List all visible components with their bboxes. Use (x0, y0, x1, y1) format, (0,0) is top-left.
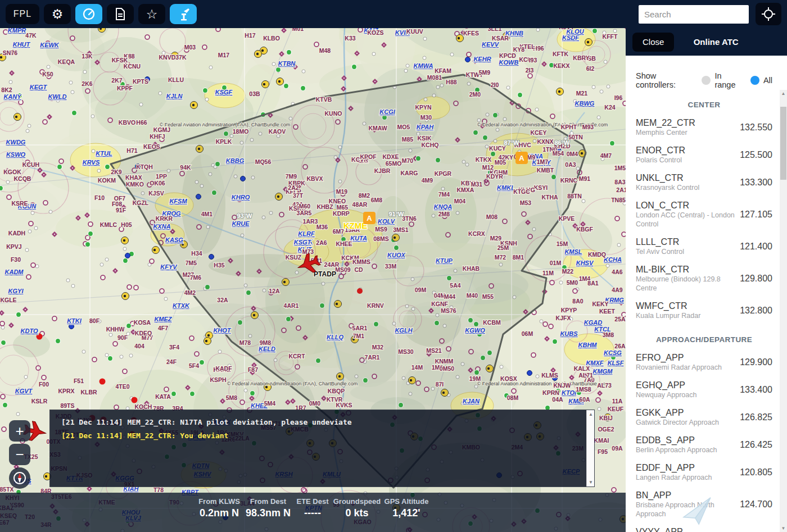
map-label: 09M (415, 287, 427, 293)
map-label: 80F (89, 317, 100, 324)
map-label: KMDQ (588, 251, 606, 258)
map-label: 48AR (352, 201, 368, 208)
scrollbar-thumb[interactable] (780, 107, 786, 180)
map-label: 0M0 (309, 400, 321, 407)
scroll-up-icon[interactable]: ▲ (587, 412, 595, 417)
map-label: M21 (576, 90, 588, 97)
log-scrollbar[interactable]: ▲ ▼ (586, 410, 594, 486)
atc-panel-header: Close Online ATC (626, 28, 787, 56)
atc-list-item[interactable]: WMFC_CTR Kuala Lumpur Radar 132.800 (636, 297, 772, 324)
zoom-in-button[interactable]: + (9, 420, 30, 442)
section-header: APPROACH/DEPARTURE (636, 335, 772, 344)
atc-list-item[interactable]: ML-BIK_CTR Melbourne (Bindook) 129.8 Cen… (636, 260, 772, 297)
map-label: KBIJ (599, 415, 613, 421)
map-label: M48 (319, 47, 331, 54)
atc-list-item[interactable]: EGKK_APP Gatwick Director Approach 126.8… (636, 403, 772, 431)
map-label: KATA (155, 393, 171, 400)
scroll-up-icon[interactable]: ▲ (780, 91, 787, 96)
atc-list-item[interactable]: LLLL_CTR Tel Aviv Control 121.400 (636, 233, 772, 260)
atc-list-item[interactable]: UNKL_CTR Krasnoyarsk Control 133.300 (636, 169, 772, 196)
map-label: 4A9 (612, 287, 622, 293)
map-label: M60 (299, 203, 311, 210)
atc-message-lines: [21 Dec 11:14] MEM_22_CTR: N17TA pilot d… (50, 410, 594, 448)
map-label: KCGI (379, 108, 395, 115)
map-label: 8A1 (587, 280, 598, 287)
map-label: KSUZ (286, 254, 302, 261)
svg-text:A: A (367, 214, 372, 222)
map-label: KEOS (143, 143, 160, 150)
map-label: 8M2 (359, 192, 370, 199)
sidebar-scrollbar[interactable]: ▲ ▼ (780, 90, 787, 532)
locate-button[interactable] (756, 3, 781, 25)
dashboard-button[interactable] (75, 4, 102, 24)
map-label: KUBS (560, 330, 578, 337)
map-label: I96 (614, 94, 623, 101)
map-label: KMLC (100, 221, 117, 228)
map-label: KDYR (486, 173, 503, 180)
map-label: KMKL (497, 184, 515, 191)
atc-list-item[interactable]: EFRO_APP Rovaniemi Radar Approach 129.90… (636, 348, 772, 376)
map-label: 14M (411, 364, 423, 371)
map-label: 2A2 (288, 184, 298, 191)
radio-in-range[interactable] (702, 76, 711, 85)
online-atc-panel: Close Online ATC Show controllers: In ra… (626, 28, 787, 532)
atc-list-item[interactable]: EDDB_S_APP Berlin Approach Approach 126.… (636, 431, 772, 458)
map-label: KPCD (499, 52, 516, 59)
map-label: M55 (482, 293, 494, 300)
map-label: KLRF (298, 230, 315, 237)
atc-list-item[interactable]: MEM_22_CTR Memphis Center 132.550 (636, 113, 772, 141)
close-button[interactable]: Close (632, 33, 674, 52)
map-label: MQ56 (255, 158, 272, 165)
map-label: 47K (25, 32, 37, 39)
map-label: 18MO (233, 128, 249, 135)
map-label: 9M8 (260, 339, 272, 346)
map-label: 0A3 (565, 161, 576, 168)
map-label: F00 (39, 381, 49, 388)
map-label: 6M8 (371, 197, 383, 203)
map-label: KGYI (8, 288, 24, 294)
atc-station-name: Langen Radar Approach (636, 473, 735, 482)
app-window: © Federal Aviation Administration (FAA),… (0, 0, 787, 532)
atc-list-item[interactable]: LON_C_CTR London ACC (Central) - London … (636, 196, 772, 233)
star-icon: ☆ (146, 8, 158, 21)
compass-button[interactable] (9, 467, 30, 489)
favorites-button[interactable]: ☆ (138, 4, 165, 24)
map-label: M081 (427, 74, 442, 81)
show-controllers-label: Show controllers: (636, 71, 694, 89)
map-label: KXNA (153, 223, 170, 230)
map-label: KHAB (463, 265, 480, 272)
map-label: KSYI (534, 184, 548, 191)
map-label: 5M9 (479, 69, 491, 76)
map-label: KCRX (468, 230, 485, 237)
online-atc-button[interactable] (170, 4, 197, 24)
map-label: 08MS (373, 235, 388, 242)
scroll-down-icon[interactable]: ▼ (780, 526, 787, 531)
search-input[interactable] (639, 5, 749, 24)
zoom-out-button[interactable]: − (9, 444, 30, 465)
status-value: 1,412' (385, 507, 429, 519)
fpl-button[interactable]: FPL (6, 4, 39, 24)
settings-button[interactable]: ⚙ (44, 4, 71, 24)
atc-station-name: Newquay Approach (636, 390, 735, 399)
map-label: 88TN (567, 193, 582, 199)
map-label: KGOK (3, 169, 21, 175)
map-label: F51 (74, 378, 84, 384)
map-label: 7M1 (353, 333, 365, 339)
atc-message-log[interactable]: [21 Dec 11:14] MEM_22_CTR: N17TA pilot d… (49, 410, 595, 487)
atc-list-item[interactable]: EDDF_N_APP Langen Radar Approach 120.805 (636, 458, 772, 486)
flight-log-button[interactable] (107, 4, 134, 24)
map-label: M54 (553, 150, 564, 157)
map-label: KDTO (21, 328, 38, 334)
atc-message: [21 Dec 11:14] MEM_22_CTR: N17TA pilot d… (61, 416, 583, 429)
status-item: ETE Dest ----- (296, 497, 328, 519)
map-label: 15M (557, 240, 568, 247)
map-label: AL71 (578, 372, 593, 379)
status-label: From Dest (246, 497, 291, 506)
scroll-down-icon[interactable]: ▼ (587, 480, 595, 485)
atc-list-item[interactable]: EGHQ_APP Newquay Approach 133.400 (636, 376, 772, 403)
map-label: KPRX (58, 388, 74, 394)
radio-all[interactable] (750, 76, 759, 85)
map-label: M44 (444, 293, 456, 300)
atc-list-item[interactable]: ENOR_CTR Polaris Control 125.500 (636, 141, 772, 169)
atc-station-name: Gatwick Director Approach (636, 418, 735, 427)
